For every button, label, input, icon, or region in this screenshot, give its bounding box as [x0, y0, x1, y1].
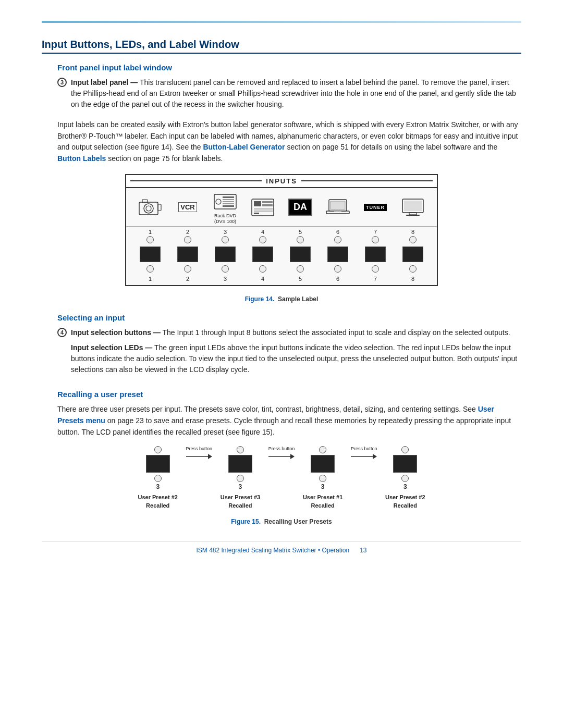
monitor-icon	[398, 197, 427, 218]
input-num-2: 2	[170, 229, 205, 235]
page-title: Input Buttons, LEDs, and Label Window	[42, 39, 521, 54]
arrow-cell-1: Press button	[185, 446, 213, 465]
input-icon-8	[395, 197, 431, 219]
da-box: DA	[288, 199, 312, 216]
preset-btn-3[interactable]	[311, 455, 335, 473]
footer-page-num: 13	[360, 547, 366, 554]
led-top-2	[170, 236, 205, 243]
preset-btn-1[interactable]	[146, 455, 170, 473]
input-icon-7: TUNER	[358, 197, 393, 219]
item-number-3: 3	[57, 78, 67, 87]
preset-led-bot-3	[319, 475, 326, 482]
btn-cell-3	[207, 246, 243, 262]
preset-cell-4	[378, 446, 433, 473]
input-num-bot-4: 4	[245, 276, 280, 282]
figure-15-caption: Figure 15. Recalling User Presets	[42, 518, 521, 525]
figure-15-label: Figure 15.	[231, 518, 261, 525]
preset-label-3: User Preset #1Recalled	[303, 493, 342, 510]
input-btn-6[interactable]	[327, 246, 348, 262]
preset-led-top-4	[401, 446, 409, 453]
top-decorative-rule	[42, 21, 521, 23]
input-num-1: 1	[132, 229, 168, 235]
input-num-8: 8	[395, 229, 431, 235]
button-label-generator-link: Button-Label Generator	[203, 143, 285, 151]
btn-cell-1	[132, 246, 168, 262]
preset-num-4: 3	[403, 483, 407, 490]
item-4-content: Input selection buttons — The Input 1 th…	[71, 327, 521, 379]
led-circle-bot-5	[297, 265, 304, 273]
preset-num-3: 3	[321, 483, 325, 490]
svg-point-2	[146, 206, 151, 211]
led-row-top	[126, 235, 437, 244]
figure-15-title: Recalling User Presets	[264, 518, 332, 525]
input-num-bot-2: 2	[170, 276, 205, 282]
vcr-text: VCR	[178, 202, 197, 212]
led-top-7	[358, 236, 393, 243]
input-btn-3[interactable]	[215, 246, 236, 262]
led-bot-6	[320, 265, 356, 273]
subsection-recalling-preset: Recalling a user preset There are three …	[42, 390, 521, 525]
figure-15-diagram: Press button Press button	[130, 446, 433, 510]
item-4-led-bold: Input selection LEDs —	[71, 343, 152, 352]
preset-bot-2: 3 User Preset #3Recalled	[213, 475, 267, 510]
led-top-6	[320, 236, 356, 243]
preset-bot-3: 3 User Preset #1Recalled	[295, 475, 350, 510]
input-icon-3: Rack DVD(DVS 100)	[207, 191, 243, 225]
led-top-8	[395, 236, 431, 243]
input-btn-5[interactable]	[290, 246, 311, 262]
preset-led-top-3	[319, 446, 326, 453]
preset-cell-3	[295, 446, 350, 473]
arrow-svg-2	[268, 452, 295, 461]
btn-cell-7	[358, 246, 393, 262]
inputs-diagram: INPUTS VCR	[125, 174, 438, 287]
input-icon-6	[320, 197, 356, 219]
preset-bot-1: 3 User Preset #2Recalled	[130, 475, 185, 510]
subsection-title-recalling: Recalling a user preset	[57, 390, 521, 399]
svg-rect-18	[254, 213, 259, 214]
preset-led-top-1	[154, 446, 162, 453]
preset-label-4: User Preset #2Recalled	[385, 493, 425, 510]
rack-dvd-icon	[211, 191, 240, 212]
svg-rect-15	[262, 204, 273, 206]
input-btn-2[interactable]	[177, 246, 198, 262]
preset-led-bot-1	[154, 475, 162, 482]
tuner-icon: TUNER	[361, 197, 390, 218]
led-circle-3	[222, 236, 229, 243]
led-circle-2	[184, 236, 191, 243]
input-num-5: 5	[283, 229, 318, 235]
figure-14-caption: Figure 14. Sample Label	[42, 295, 521, 303]
preset-cell-1	[130, 446, 185, 473]
preset-btn-4[interactable]	[393, 455, 417, 473]
led-circle-bot-3	[222, 265, 229, 273]
btn-cell-4	[245, 246, 280, 262]
input-num-bot-7: 7	[358, 276, 393, 282]
led-bot-8	[395, 265, 431, 273]
arrow-svg-3	[351, 452, 377, 461]
item-4-led-text: Input selection LEDs — The green input L…	[71, 342, 521, 375]
led-circle-5	[297, 236, 304, 243]
input-num-6: 6	[320, 229, 356, 235]
user-presets-menu-link: User Presets menu	[57, 405, 494, 425]
preset-bot-4: 3 User Preset #2Recalled	[378, 475, 433, 510]
svg-rect-16	[254, 208, 273, 209]
input-btn-7[interactable]	[365, 246, 386, 262]
press-btn-label-2: Press button	[268, 446, 295, 451]
input-btn-8[interactable]	[402, 246, 423, 262]
input-btn-4[interactable]	[252, 246, 273, 262]
svg-rect-22	[334, 211, 341, 212]
preset-label-2: User Preset #3Recalled	[221, 493, 260, 510]
inputs-header: INPUTS	[126, 175, 437, 188]
input-btn-1[interactable]	[140, 246, 161, 262]
input-num-bot-1: 1	[132, 276, 168, 282]
input-icon-5: DA	[283, 197, 318, 219]
preset-num-1: 3	[156, 483, 160, 490]
inputs-icons-row: VCR Rack DVD(DVS 100)	[126, 188, 437, 227]
svg-rect-14	[262, 201, 273, 203]
dvs-icon	[248, 197, 277, 218]
led-row-bottom	[126, 264, 437, 274]
item-4-bold: Input selection buttons —	[71, 328, 161, 337]
arrow-cell-3: Press button	[350, 446, 378, 465]
svg-rect-3	[158, 204, 161, 211]
press-btn-label-1: Press button	[186, 446, 213, 451]
preset-btn-2[interactable]	[228, 455, 252, 473]
